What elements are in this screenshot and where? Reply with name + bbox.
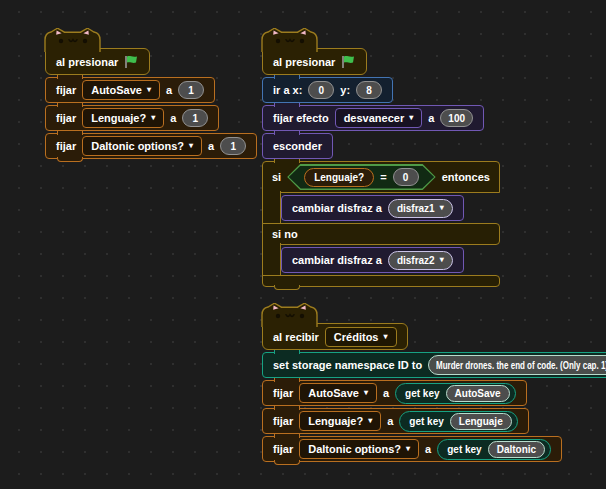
block-label: a: [428, 112, 434, 124]
dropdown-value: AutoSave: [308, 387, 359, 399]
dropdown-value: desvanecer: [344, 112, 405, 124]
set-variable-block[interactable]: fijar Daltonic options? ▾ a get key Dalt…: [262, 436, 562, 462]
script-stack-load-saves: al recibir Créditos ▾ set storage namesp…: [262, 303, 606, 462]
reporter-label: get key: [405, 388, 439, 399]
set-variable-block[interactable]: fijar AutoSave ▾ a 1: [45, 77, 215, 103]
namespace-input[interactable]: Murder drones. the end of code. (Only ca…: [428, 355, 606, 375]
chevron-down-icon: ▾: [409, 114, 413, 122]
hat-block-when-broadcast-received[interactable]: al recibir Créditos ▾: [262, 323, 408, 350]
value-input[interactable]: 100: [440, 109, 473, 127]
variable-dropdown[interactable]: Daltonic options? ▾: [299, 439, 419, 459]
key-input[interactable]: Lenguaje: [450, 413, 512, 430]
dropdown-value: disfraz2: [397, 255, 435, 266]
y-input[interactable]: 8: [356, 81, 382, 99]
switch-costume-block[interactable]: cambiar disfraz a disfraz2 ▾: [281, 247, 464, 273]
reporter-label: get key: [447, 444, 481, 455]
else-divider: si no: [262, 223, 500, 245]
script-stack-setup-scene: al presionar ir a x: 0 y: 8 fijar efecto…: [262, 28, 500, 287]
value-input[interactable]: 1: [220, 137, 246, 155]
block-label: y:: [340, 84, 350, 96]
green-flag-icon: [124, 55, 139, 69]
block-label: fijar: [273, 443, 293, 455]
block-label: a: [425, 443, 431, 455]
switch-costume-block[interactable]: cambiar disfraz a disfraz1 ▾: [281, 195, 464, 221]
block-label: a: [387, 415, 393, 427]
variable-reporter[interactable]: Lenguaje?: [304, 168, 374, 187]
hat-label: al recibir: [273, 331, 319, 343]
x-input[interactable]: 0: [308, 81, 334, 99]
costume-dropdown[interactable]: disfraz2 ▾: [388, 251, 453, 270]
set-variable-block[interactable]: fijar Lenguaje? ▾ a 1: [45, 105, 219, 131]
key-input[interactable]: AutoSave: [446, 385, 510, 402]
chevron-down-icon: ▾: [383, 333, 387, 341]
chevron-down-icon: ▾: [189, 142, 193, 150]
block-label: si no: [272, 228, 298, 240]
block-label: fijar: [273, 415, 293, 427]
get-key-reporter[interactable]: get key AutoSave: [395, 383, 516, 404]
dropdown-value: AutoSave: [91, 84, 142, 96]
value-input[interactable]: 1: [178, 81, 204, 99]
effect-dropdown[interactable]: desvanecer ▾: [335, 108, 423, 128]
dropdown-value: Daltonic options?: [91, 140, 184, 152]
block-label: a: [166, 84, 172, 96]
block-label: a: [208, 140, 214, 152]
block-label: cambiar disfraz a: [292, 202, 382, 214]
dropdown-value: Lenguaje?: [308, 415, 363, 427]
key-input[interactable]: Daltonic: [488, 441, 545, 458]
dropdown-value: Créditos: [334, 331, 379, 343]
block-label: entonces: [442, 171, 490, 183]
block-label: a: [170, 112, 176, 124]
chevron-down-icon: ▾: [440, 256, 444, 264]
hat-label: al presionar: [273, 56, 335, 68]
equals-operator[interactable]: Lenguaje? = 0: [287, 164, 435, 190]
chevron-down-icon: ▾: [440, 204, 444, 212]
get-key-reporter[interactable]: get key Lenguaje: [399, 411, 517, 432]
chevron-down-icon: ▾: [147, 86, 151, 94]
if-block-cap: [262, 275, 500, 287]
dropdown-value: disfraz1: [397, 203, 435, 214]
dropdown-value: Lenguaje?: [91, 112, 146, 124]
broadcast-dropdown[interactable]: Créditos ▾: [325, 327, 397, 347]
variable-dropdown[interactable]: Lenguaje? ▾: [82, 108, 164, 128]
set-variable-block[interactable]: fijar AutoSave ▾ a get key AutoSave: [262, 380, 527, 406]
block-label: esconder: [273, 140, 322, 152]
block-label: fijar efecto: [273, 112, 329, 124]
green-flag-icon: [341, 55, 356, 69]
block-label: si: [272, 171, 281, 183]
dropdown-value: Daltonic options?: [308, 443, 401, 455]
chevron-down-icon: ▾: [368, 417, 372, 425]
value-input[interactable]: 0: [393, 168, 419, 186]
variable-dropdown[interactable]: Daltonic options? ▾: [82, 136, 202, 156]
variable-dropdown[interactable]: Lenguaje? ▾: [299, 411, 381, 431]
set-storage-namespace-block[interactable]: set storage namespace ID to Murder drone…: [262, 352, 606, 378]
block-label: fijar: [273, 387, 293, 399]
script-stack-init-flags: al presionar fijar AutoSave ▾ a 1 fijar …: [45, 28, 257, 159]
block-workspace[interactable]: al presionar fijar AutoSave ▾ a 1 fijar …: [0, 0, 606, 489]
variable-dropdown[interactable]: AutoSave ▾: [299, 383, 377, 403]
chevron-down-icon: ▾: [364, 389, 368, 397]
block-label: fijar: [56, 84, 76, 96]
hide-block[interactable]: esconder: [262, 133, 333, 159]
value-input[interactable]: 1: [182, 109, 208, 127]
if-else-block[interactable]: si Lenguaje? = 0 entonces cambiar disfra…: [262, 161, 500, 287]
block-label: fijar: [56, 140, 76, 152]
variable-dropdown[interactable]: AutoSave ▾: [82, 80, 160, 100]
go-to-xy-block[interactable]: ir a x: 0 y: 8: [262, 77, 393, 103]
block-label: set storage namespace ID to: [273, 359, 422, 371]
operator-symbol: =: [380, 171, 386, 183]
chevron-down-icon: ▾: [406, 445, 410, 453]
block-label: cambiar disfraz a: [292, 254, 382, 266]
set-effect-block[interactable]: fijar efecto desvanecer ▾ a 100: [262, 105, 484, 131]
block-label: ir a x:: [273, 84, 302, 96]
set-variable-block[interactable]: fijar Lenguaje? ▾ a get key Lenguaje: [262, 408, 529, 434]
hat-block-when-flag-clicked[interactable]: al presionar: [45, 48, 150, 75]
input-value: Murder drones. the end of code. (Only ca…: [436, 360, 606, 371]
set-variable-block[interactable]: fijar Daltonic options? ▾ a 1: [45, 133, 257, 159]
hat-block-when-flag-clicked[interactable]: al presionar: [262, 48, 367, 75]
block-label: fijar: [56, 112, 76, 124]
block-label: a: [383, 387, 389, 399]
costume-dropdown[interactable]: disfraz1 ▾: [388, 199, 453, 218]
reporter-label: get key: [409, 416, 443, 427]
if-header[interactable]: si Lenguaje? = 0 entonces: [262, 161, 500, 193]
get-key-reporter[interactable]: get key Daltonic: [437, 439, 551, 460]
